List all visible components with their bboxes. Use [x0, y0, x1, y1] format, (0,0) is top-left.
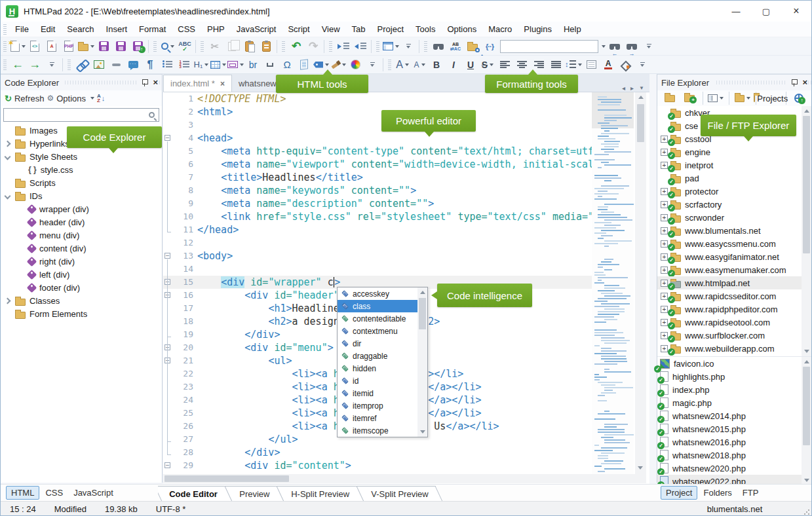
file-type-tab-css[interactable]: CSS — [41, 487, 68, 499]
nav-overflow-button[interactable] — [44, 57, 60, 73]
comment-button[interactable]: ··· — [125, 57, 141, 73]
tab-next-icon[interactable]: ▸ — [630, 84, 634, 92]
folder-item-www-easygifanimator-net[interactable]: +✓www.easygifanimator.net — [657, 250, 811, 263]
bullet-list-button[interactable] — [159, 57, 175, 73]
undo-button[interactable]: ↶ — [288, 39, 304, 54]
tree-item-header-div-[interactable]: header (div) — [1, 215, 162, 229]
find-previous-button[interactable]: ← — [607, 39, 623, 54]
tree-item-menu-div-[interactable]: menu (div) — [1, 229, 162, 242]
chevron-right-icon[interactable] — [5, 297, 11, 304]
code-line-2[interactable]: 2<html> — [163, 105, 592, 119]
expand-plus-icon[interactable]: + — [661, 227, 668, 234]
image-button[interactable] — [91, 57, 107, 73]
expand-plus-icon[interactable]: + — [661, 214, 668, 221]
file-item-magic-php[interactable]: ✓magic.php — [657, 396, 811, 409]
chevron-down-icon[interactable] — [5, 193, 11, 200]
tab-list-icon[interactable]: ▼ — [639, 85, 644, 91]
open-file-button[interactable] — [78, 39, 94, 54]
view-tab-h-split-preview[interactable]: H-Split Preview — [276, 486, 364, 502]
folder-item-inetprot[interactable]: +✓inetprot — [657, 158, 811, 172]
menu-item-script[interactable]: Script — [282, 22, 315, 37]
expand-plus-icon[interactable]: + — [661, 319, 668, 326]
code-line-6[interactable]: 6 <meta name="viewport" content="width=d… — [163, 158, 592, 171]
file-item-whatsnew2016-php[interactable]: ✓whatsnew2016.php — [657, 435, 811, 449]
line-spacing-button[interactable] — [565, 57, 582, 73]
folder-item-pad[interactable]: ✓pad — [657, 172, 811, 185]
autocomplete-item-id[interactable]: id — [338, 375, 417, 387]
expand-plus-icon[interactable]: + — [661, 267, 668, 274]
file-item-whatsnew2020-php[interactable]: ✓whatsnew2020.php — [657, 462, 811, 475]
code-line-3[interactable]: 3 — [163, 119, 592, 132]
new-css-document-button[interactable]: A — [44, 39, 60, 54]
menu-item-options[interactable]: Options — [441, 22, 482, 37]
autocomplete-item-dir[interactable]: dir — [338, 337, 417, 350]
search-combobox[interactable] — [499, 39, 606, 54]
tree-item-wrapper-div-[interactable]: wrapper (div) — [1, 202, 162, 215]
popup-scroll-up-icon[interactable] — [420, 291, 425, 294]
popup-scrollbar[interactable] — [417, 287, 427, 437]
panel-tab-folders[interactable]: Folders — [699, 487, 736, 499]
folder-item-www-webuilderapp-com[interactable]: +✓www.webuilderapp.com — [657, 342, 811, 355]
panel-tab-project[interactable]: Project — [661, 486, 697, 500]
folder-item-www-htmlpad-net[interactable]: +✓www.htmlpad.net — [657, 276, 811, 289]
nbsp-button[interactable] — [262, 57, 278, 73]
expand-plus-icon[interactable]: + — [661, 162, 668, 169]
save-upload-button[interactable]: ↑ — [130, 39, 145, 54]
autocomplete-item-contextmenu[interactable]: contextmenu — [338, 325, 417, 337]
scroll-thumb[interactable] — [803, 367, 810, 445]
folders-scrollbar[interactable] — [802, 106, 811, 356]
tree-item-style-sheets[interactable]: Style Sheets — [1, 150, 162, 163]
italic-button[interactable]: I — [446, 57, 461, 73]
code-line-12[interactable]: 12 — [163, 236, 592, 249]
refresh-icon[interactable]: ↻ — [5, 94, 12, 103]
toolbar-overflow-button[interactable] — [400, 39, 416, 54]
numbered-list-button[interactable]: 123 — [176, 57, 192, 73]
tree-item-content-div-[interactable]: content (div) — [1, 242, 162, 255]
menu-item-format[interactable]: Format — [133, 22, 172, 37]
find-in-files-button[interactable] — [465, 39, 480, 54]
code-line-29[interactable]: 29 <div id="content"> — [163, 459, 592, 472]
code-line-9[interactable]: 9 <meta name="description" content=""> — [163, 197, 592, 210]
expand-plus-icon[interactable]: + — [661, 345, 668, 352]
new-php-document-button[interactable]: PHP — [61, 39, 77, 54]
code-minimap[interactable] — [592, 92, 634, 474]
close-panel-icon[interactable]: × — [802, 79, 807, 86]
expand-plus-icon[interactable]: + — [661, 280, 668, 287]
code-line-11[interactable]: 11</head> — [163, 223, 592, 236]
folder-item-engine[interactable]: +✓engine — [657, 145, 811, 158]
font-decrease-button[interactable]: A — [412, 57, 427, 73]
view-mode-button[interactable] — [708, 90, 724, 106]
popup-scroll-thumb[interactable] — [419, 298, 426, 329]
file-type-tab-html[interactable]: HTML — [6, 486, 39, 500]
clipboard-history-button[interactable] — [258, 39, 274, 54]
hyperlink-button[interactable] — [74, 57, 90, 73]
find-overflow-button[interactable] — [641, 39, 657, 54]
panel-tab-ftp[interactable]: FTP — [738, 487, 764, 499]
folders-button[interactable] — [735, 90, 750, 106]
expand-plus-icon[interactable]: + — [661, 332, 668, 339]
folder-item-www-surfblocker-com[interactable]: +✓www.surfblocker.com — [657, 329, 811, 342]
fold-marker[interactable]: – — [164, 462, 170, 468]
chevron-right-icon[interactable] — [5, 140, 11, 147]
expand-plus-icon[interactable]: + — [661, 253, 668, 261]
minimize-button[interactable]: — — [721, 1, 751, 22]
folder-item-www-rapidcsseditor-com[interactable]: +✓www.rapidcsseditor.com — [657, 289, 811, 303]
menu-item-macro[interactable]: Macro — [482, 22, 518, 37]
expand-plus-icon[interactable]: + — [661, 136, 668, 143]
menu-item-javascript[interactable]: JavaScript — [231, 22, 282, 37]
form-button[interactable] — [227, 57, 244, 73]
scroll-down-icon[interactable] — [638, 466, 643, 470]
scroll-up-icon[interactable] — [638, 96, 644, 99]
script-button[interactable] — [296, 57, 312, 73]
file-type-tab-javascript[interactable]: JavaScript — [69, 487, 118, 499]
close-panel-icon[interactable]: × — [153, 79, 158, 86]
unindent-button[interactable] — [353, 39, 368, 54]
expand-plus-icon[interactable]: + — [661, 240, 668, 248]
code-line-8[interactable]: 8 <meta name="keywords" content=""> — [163, 184, 592, 197]
editor-vertical-scrollbar[interactable] — [635, 92, 646, 474]
tree-item-right-div-[interactable]: right (div) — [1, 255, 162, 268]
code-line-10[interactable]: 10 <link href="style.css" rel="styleshee… — [163, 210, 592, 223]
fold-marker[interactable]: – — [164, 135, 170, 141]
spell-check-button[interactable]: ABC✓ — [177, 39, 193, 54]
code-snippet-button[interactable]: {··} — [482, 39, 497, 54]
